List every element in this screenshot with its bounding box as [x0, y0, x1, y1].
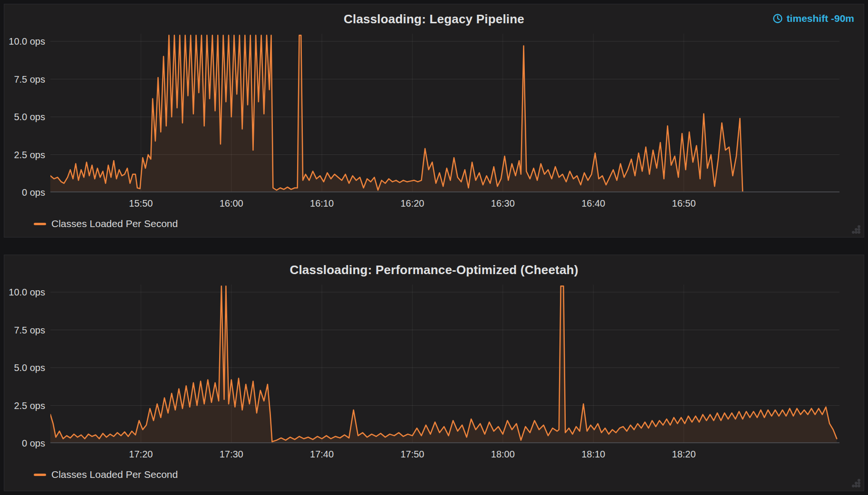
x-axis-tick-label: 17:30: [220, 449, 243, 460]
series-fill: [50, 35, 743, 192]
panel-resize-grip[interactable]: [850, 477, 861, 488]
x-axis-tick-label: 16:30: [491, 198, 515, 209]
timeshift-indicator: timeshift -90m: [772, 13, 854, 24]
y-axis-tick-label: 5.0 ops: [4, 362, 45, 373]
panel-classloading-legacy: Classloading: Legacy Pipeline timeshift …: [4, 4, 864, 238]
series-name[interactable]: Classes Loaded Per Second: [51, 218, 178, 229]
legend[interactable]: Classes Loaded Per Second: [34, 469, 178, 480]
x-axis-tick-label: 17:40: [310, 449, 334, 460]
x-axis-tick-label: 18:10: [581, 449, 605, 460]
legend[interactable]: Classes Loaded Per Second: [34, 218, 178, 229]
y-axis-tick-label: 0 ops: [4, 187, 45, 198]
y-axis-tick-label: 2.5 ops: [4, 400, 45, 411]
x-axis-tick-label: 16:40: [581, 198, 605, 209]
x-axis-tick-label: 18:20: [672, 449, 696, 460]
y-axis-tick-label: 7.5 ops: [4, 324, 45, 336]
x-axis-tick-label: 15:50: [129, 198, 153, 209]
plot-area[interactable]: [50, 285, 839, 443]
time-series-graph[interactable]: [50, 285, 839, 443]
y-axis-tick-label: 10.0 ops: [4, 36, 45, 47]
series-color-swatch: [34, 474, 46, 476]
y-axis-tick-label: 10.0 ops: [4, 286, 45, 298]
series-name[interactable]: Classes Loaded Per Second: [51, 469, 178, 480]
x-axis-tick-label: 17:50: [400, 449, 424, 460]
series-fill: [50, 286, 837, 443]
time-series-graph[interactable]: [50, 34, 839, 192]
panel-title[interactable]: Classloading: Performance-Optimized (Che…: [4, 263, 864, 277]
series-color-swatch: [34, 223, 46, 225]
panel-title[interactable]: Classloading: Legacy Pipeline: [4, 12, 864, 27]
panel-classloading-cheetah: Classloading: Performance-Optimized (Che…: [4, 255, 864, 491]
x-axis-tick-label: 16:10: [310, 198, 334, 209]
timeshift-label: timeshift -90m: [787, 13, 854, 24]
x-axis-tick-label: 16:50: [672, 198, 696, 209]
plot-area[interactable]: [50, 34, 839, 192]
y-axis-tick-label: 2.5 ops: [4, 149, 45, 161]
x-axis-tick-label: 16:00: [220, 198, 243, 209]
y-axis-tick-label: 0 ops: [4, 438, 45, 449]
x-axis-tick-label: 16:20: [400, 198, 424, 209]
clock-icon: [772, 13, 783, 24]
y-axis-tick-label: 5.0 ops: [4, 111, 45, 123]
y-axis-tick-label: 7.5 ops: [4, 74, 45, 85]
dashboard: { "colors":{ "series_orange":"#EF843C", …: [0, 0, 868, 495]
panel-resize-grip[interactable]: [850, 223, 861, 235]
x-axis-tick-label: 18:00: [491, 449, 515, 460]
x-axis-tick-label: 17:20: [129, 449, 153, 460]
